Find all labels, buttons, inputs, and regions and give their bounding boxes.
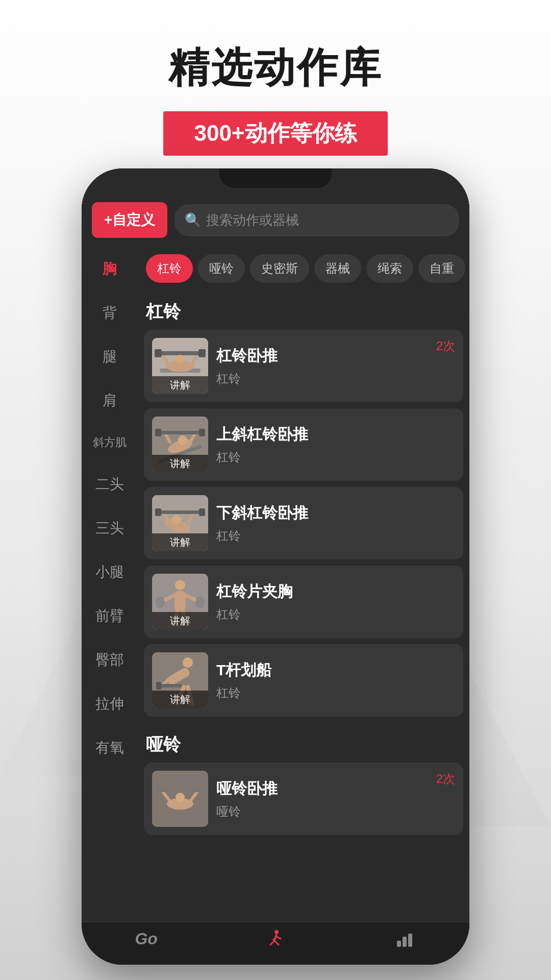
exercise-info-incline-press: 上斜杠铃卧推 杠铃 — [216, 424, 455, 465]
sidebar-item-stretch[interactable]: 拉伸 — [82, 682, 138, 726]
svg-rect-50 — [157, 788, 166, 792]
subtitle-banner: 300+动作等你练 — [163, 111, 387, 156]
search-input-placeholder: 搜索动作或器械 — [206, 211, 299, 229]
svg-rect-18 — [199, 429, 205, 436]
nav-go-icon: Go — [135, 929, 157, 948]
exercise-card-db-bench-press[interactable]: 哑铃卧推 哑铃 2次 — [144, 763, 463, 835]
exercise-name-incline-press: 上斜杠铃卧推 — [216, 424, 455, 445]
sidebar-item-bicep[interactable]: 二头 — [82, 462, 138, 506]
top-bar: +自定义 🔍 搜索动作或器械 — [82, 193, 469, 247]
exercise-sub-decline-press: 杠铃 — [216, 528, 455, 544]
lecture-label-decline-press: 讲解 — [152, 533, 208, 551]
exercise-card-bench-press[interactable]: 讲解 杠铃卧推 杠铃 2次 — [144, 330, 463, 402]
nav-item-workout[interactable] — [211, 929, 340, 954]
exercise-sub-t-row: 杠铃 — [216, 685, 455, 701]
exercise-info-t-row: T杆划船 杠铃 — [216, 660, 455, 701]
sidebar: 胸 背 腿 肩 斜方肌 二头 三头 小腿 前臂 臀部 拉伸 有氧 — [82, 247, 138, 922]
exercise-name-bench-press: 杠铃卧推 — [216, 346, 455, 366]
svg-rect-59 — [397, 941, 401, 947]
svg-rect-30 — [174, 591, 186, 610]
exercise-thumb-t-row: 讲解 — [152, 652, 208, 708]
svg-rect-17 — [155, 429, 161, 436]
sidebar-item-shoulder[interactable]: 肩 — [82, 379, 138, 423]
filter-machine[interactable]: 器械 — [314, 254, 361, 283]
sidebar-item-legs[interactable]: 腿 — [82, 335, 138, 379]
svg-rect-7 — [157, 351, 203, 355]
exercise-thumb-db-bench-press — [152, 771, 208, 827]
lecture-label-bench-press: 讲解 — [152, 376, 208, 394]
customize-button[interactable]: +自定义 — [92, 202, 167, 238]
svg-rect-8 — [155, 349, 162, 357]
exercise-name-plate-fly: 杠铃片夹胸 — [216, 581, 455, 602]
sidebar-item-back[interactable]: 背 — [82, 291, 138, 335]
svg-point-19 — [178, 435, 187, 445]
exercise-card-plate-fly[interactable]: 讲解 杠铃片夹胸 杠铃 — [144, 566, 463, 638]
svg-line-55 — [270, 941, 274, 945]
exercise-thumb-bench-press: 讲解 — [152, 338, 208, 394]
exercise-info-db-bench-press: 哑铃卧推 哑铃 — [216, 778, 455, 820]
nav-chart-icon — [395, 929, 414, 953]
exercise-card-t-row[interactable]: 讲解 T杆划船 杠铃 — [144, 644, 463, 717]
sidebar-item-tricep[interactable]: 三头 — [82, 506, 138, 550]
svg-rect-16 — [158, 431, 202, 434]
svg-rect-60 — [403, 937, 407, 947]
phone-notch — [219, 168, 332, 188]
sidebar-item-forearm[interactable]: 前臂 — [82, 594, 138, 638]
exercise-thumb-incline-press: 讲解 — [152, 416, 208, 473]
sidebar-item-trapezius[interactable]: 斜方肌 — [82, 423, 138, 462]
lecture-label-plate-fly: 讲解 — [152, 612, 208, 630]
page-title: 精选动作库 — [0, 41, 551, 96]
svg-rect-43 — [156, 682, 161, 690]
exercise-card-incline-press[interactable]: 讲解 上斜杠铃卧推 杠铃 — [144, 408, 463, 481]
exercise-info-plate-fly: 杠铃片夹胸 杠铃 — [216, 581, 455, 623]
exercise-card-decline-press[interactable]: 讲解 下斜杠铃卧推 杠铃 — [144, 487, 463, 559]
svg-point-52 — [176, 793, 185, 802]
svg-point-29 — [175, 580, 185, 590]
sidebar-item-glute[interactable]: 臀部 — [82, 638, 138, 682]
svg-rect-26 — [199, 508, 205, 516]
search-bar[interactable]: 🔍 搜索动作或器械 — [174, 204, 459, 236]
lecture-label-t-row: 讲解 — [152, 691, 208, 708]
sidebar-item-calf[interactable]: 小腿 — [82, 550, 138, 594]
filter-cable[interactable]: 绳索 — [366, 254, 413, 283]
nav-item-stats[interactable] — [340, 929, 469, 954]
filter-dumbbell[interactable]: 哑铃 — [198, 254, 245, 283]
svg-rect-51 — [194, 788, 203, 792]
filter-smith[interactable]: 史密斯 — [250, 254, 309, 283]
sidebar-item-cardio[interactable]: 有氧 — [82, 726, 138, 770]
svg-point-34 — [195, 596, 205, 608]
svg-point-27 — [172, 515, 181, 524]
svg-rect-24 — [158, 510, 202, 514]
exercise-thumb-decline-press: 讲解 — [152, 495, 208, 551]
exercise-sub-bench-press: 杠铃 — [216, 371, 455, 387]
search-icon: 🔍 — [185, 212, 201, 228]
exercise-info-decline-press: 下斜杠铃卧推 杠铃 — [216, 503, 455, 544]
phone-frame: +自定义 🔍 搜索动作或器械 胸 背 腿 肩 斜方肌 二头 三头 小腿 — [82, 168, 469, 965]
svg-rect-61 — [408, 934, 412, 947]
svg-rect-25 — [155, 508, 161, 516]
exercise-sub-incline-press: 杠铃 — [216, 449, 455, 465]
section-header-dumbbell: 哑铃 — [138, 723, 469, 763]
exercise-name-db-bench-press: 哑铃卧推 — [216, 778, 455, 799]
exercise-info-bench-press: 杠铃卧推 杠铃 — [216, 346, 455, 387]
lecture-label-incline-press: 讲解 — [152, 455, 208, 473]
right-content: 杠铃 哑铃 史密斯 器械 绳索 自重 其他 杠铃 — [138, 247, 469, 922]
filter-bodyweight[interactable]: 自重 — [418, 254, 465, 283]
svg-point-38 — [183, 657, 193, 668]
main-area: 胸 背 腿 肩 斜方肌 二头 三头 小腿 前臂 臀部 拉伸 有氧 — [82, 247, 469, 922]
exercise-thumb-plate-fly: 讲解 — [152, 574, 208, 630]
exercise-count-db-bench-press: 2次 — [436, 771, 455, 787]
svg-point-10 — [176, 355, 185, 364]
svg-line-56 — [274, 941, 279, 945]
nav-item-go[interactable]: Go — [82, 929, 211, 954]
nav-run-icon — [265, 929, 286, 954]
sidebar-item-chest[interactable]: 胸 — [82, 247, 138, 291]
filter-bar: 杠铃 哑铃 史密斯 器械 绳索 自重 其他 — [138, 247, 469, 290]
svg-rect-9 — [198, 349, 206, 357]
filter-barbell[interactable]: 杠铃 — [146, 254, 193, 283]
svg-point-33 — [156, 596, 165, 608]
exercise-count-bench-press: 2次 — [436, 338, 455, 354]
exercise-sub-db-bench-press: 哑铃 — [216, 803, 455, 820]
exercise-sub-plate-fly: 杠铃 — [216, 606, 455, 623]
bottom-nav: Go — [82, 922, 469, 965]
